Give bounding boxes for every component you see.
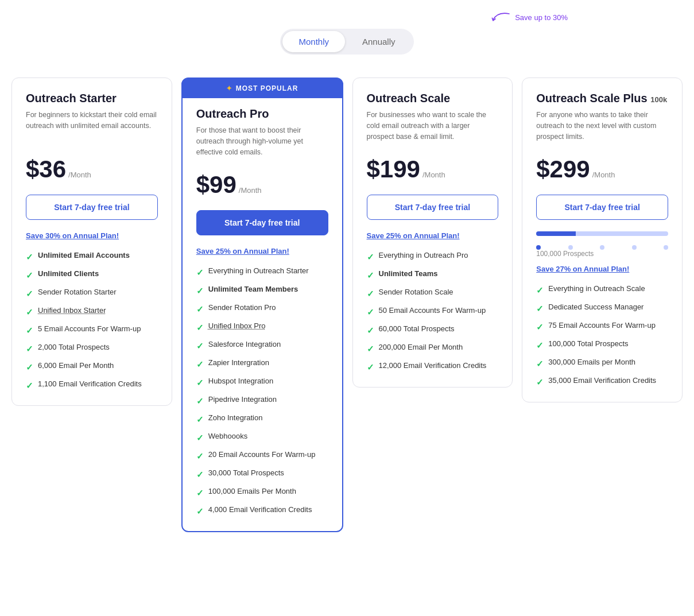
check-icon: ✓: [196, 303, 204, 315]
feature-text: 35,000 Email Verification Credits: [548, 375, 656, 386]
feature-item: ✓ Unlimited Team Members: [196, 284, 328, 297]
popular-badge: ✦ MOST POPULAR: [181, 79, 343, 98]
annually-toggle[interactable]: Annually: [346, 31, 412, 52]
prospect-slider[interactable]: [536, 231, 668, 236]
check-icon: ✓: [196, 321, 204, 334]
feature-text: Webhoooks: [208, 431, 247, 441]
feature-text: Zoho Integration: [208, 413, 263, 423]
feature-item: ✓ 60,000 Total Prospects: [367, 324, 499, 336]
check-icon: ✓: [367, 288, 374, 300]
feature-text: Unlimited Teams: [379, 269, 438, 279]
check-icon: ✓: [196, 432, 204, 444]
save-link-starter[interactable]: Save 30% on Annual Plan!: [26, 231, 158, 240]
feature-text: Unlimited Clients: [38, 269, 99, 279]
check-icon: ✓: [26, 343, 33, 355]
feature-item: ✓ Salesforce Integration: [196, 339, 328, 352]
feature-text: 4,000 Email Verification Credits: [208, 505, 312, 515]
slider-dot: [600, 245, 604, 250]
feature-text: Sender Rotation Scale: [379, 287, 453, 297]
plan-price-scale-plus: $299 /Month: [536, 156, 668, 183]
check-icon: ✓: [536, 284, 544, 296]
feature-item: ✓ 35,000 Email Verification Credits: [536, 375, 668, 388]
feature-text: Everything in Outreach Pro: [379, 250, 468, 261]
check-icon: ✓: [26, 379, 33, 392]
feature-item: ✓ Unlimited Teams: [367, 269, 499, 281]
plan-card-scale-plus: Outreach Scale Plus 100k For anyone who …: [522, 78, 683, 402]
trial-btn-pro[interactable]: Start 7-day free trial: [196, 210, 328, 235]
feature-item: ✓ 12,000 Email Verification Credits: [367, 361, 499, 373]
feature-text: Unlimited Team Members: [208, 284, 298, 295]
feature-item: ✓ 100,000 Total Prospects: [536, 339, 668, 351]
feature-text: Hubspot Integration: [208, 376, 273, 386]
feature-text: Sender Rotation Starter: [38, 287, 117, 297]
feature-item: ✓ 300,000 Emails per Month: [536, 357, 668, 370]
feature-text: 100,000 Emails Per Month: [208, 486, 296, 497]
sparkle-icon: ✦: [226, 84, 232, 92]
plan-desc-scale: For businesses who want to scale the col…: [367, 110, 499, 144]
feature-text: Everything in Outreach Starter: [208, 266, 309, 276]
plan-title-scale-plus: Outreach Scale Plus 100k: [536, 92, 668, 105]
check-icon: ✓: [26, 251, 33, 263]
feature-list-scale-plus: ✓ Everything in Outreach Scale ✓ Dedicat…: [536, 284, 668, 388]
plan-card-scale: Outreach Scale For businesses who want t…: [352, 78, 513, 388]
check-icon: ✓: [196, 340, 204, 352]
feature-item: ✓ Sender Rotation Pro: [196, 303, 328, 315]
check-icon: ✓: [26, 288, 33, 300]
price-amount: $299: [536, 156, 590, 183]
feature-item: ✓ Everything in Outreach Pro: [367, 250, 499, 263]
feature-list-scale: ✓ Everything in Outreach Pro ✓ Unlimited…: [367, 250, 499, 373]
feature-item: ✓ 30,000 Total Prospects: [196, 468, 328, 481]
feature-item: ✓ Unified Inbox Starter: [26, 305, 158, 318]
feature-item: ✓ 1,100 Email Verification Credits: [26, 379, 158, 392]
feature-text: 5 Email Accounts For Warm-up: [38, 324, 141, 334]
feature-text: 2,000 Total Prospects: [38, 342, 110, 352]
check-icon: ✓: [536, 303, 544, 315]
check-icon: ✓: [196, 450, 204, 462]
feature-item: ✓ 200,000 Email Per Month: [367, 342, 499, 355]
trial-btn-scale[interactable]: Start 7-day free trial: [367, 195, 499, 220]
check-icon: ✓: [367, 251, 374, 263]
plan-title-starter: Outreach Starter: [26, 92, 158, 105]
feature-item: ✓ Webhoooks: [196, 431, 328, 444]
check-icon: ✓: [536, 321, 544, 333]
plan-price-scale: $199 /Month: [367, 156, 499, 183]
plan-card-pro: ✦ MOST POPULAR Outreach Pro For those th…: [181, 78, 343, 532]
save-link-scale-plus[interactable]: Save 27% on Annual Plan!: [536, 265, 668, 273]
save-link-scale[interactable]: Save 25% on Annual Plan!: [367, 231, 499, 240]
feature-text: Everything in Outreach Scale: [548, 284, 645, 294]
check-icon: ✓: [196, 413, 204, 425]
slider-dot: [568, 245, 573, 250]
check-icon: ✓: [367, 306, 374, 318]
feature-item: ✓ 6,000 Email Per Month: [26, 361, 158, 373]
feature-item: ✓ Unlimited Email Accounts: [26, 250, 158, 263]
plan-desc-scale-plus: For anyone who wants to take their outre…: [536, 110, 668, 144]
feature-text: 6,000 Email Per Month: [38, 361, 114, 371]
save-link-pro[interactable]: Save 25% on Annual Plan!: [196, 247, 328, 255]
feature-item: ✓ Unified Inbox Pro: [196, 321, 328, 334]
feature-text: 300,000 Emails per Month: [548, 357, 635, 367]
check-icon: ✓: [196, 377, 204, 389]
price-period: /Month: [68, 171, 91, 179]
feature-item: ✓ 75 Email Accounts For Warm-up: [536, 320, 668, 333]
monthly-toggle[interactable]: Monthly: [282, 31, 345, 52]
feature-text: Unified Inbox Pro: [208, 321, 266, 331]
feature-item: ✓ Zoho Integration: [196, 413, 328, 425]
plan-title-pro: Outreach Pro: [196, 107, 328, 121]
feature-text: 100,000 Total Prospects: [548, 339, 628, 349]
plans-container: Outreach Starter For beginners to kickst…: [11, 78, 683, 532]
feature-item: ✓ Zapier Intergration: [196, 358, 328, 370]
trial-btn-starter[interactable]: Start 7-day free trial: [26, 195, 158, 220]
price-period: /Month: [239, 186, 262, 195]
check-icon: ✓: [196, 487, 204, 499]
plan-price-pro: $99 /Month: [196, 171, 328, 199]
trial-btn-scale-plus[interactable]: Start 7-day free trial: [536, 195, 668, 220]
check-icon: ✓: [26, 361, 33, 373]
slider-dot: [664, 245, 668, 250]
billing-toggle: Monthly Annually: [280, 29, 413, 55]
check-icon: ✓: [196, 285, 204, 297]
plan-card-starter: Outreach Starter For beginners to kickst…: [11, 78, 172, 406]
check-icon: ✓: [367, 269, 374, 281]
save-badge: Save up to 30%: [488, 11, 568, 23]
price-period: /Month: [592, 171, 615, 179]
check-icon: ✓: [367, 343, 374, 355]
